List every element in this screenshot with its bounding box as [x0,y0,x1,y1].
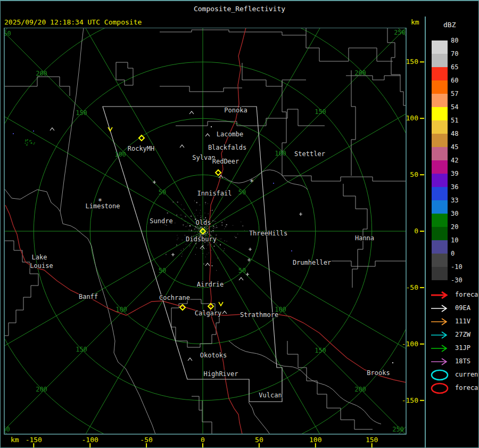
caret-marker [205,263,210,266]
ellipse-shape [432,384,448,393]
clutter-dot [182,240,183,240]
right-axis-label: 50 [410,170,418,178]
clutter-dot [218,257,218,257]
clutter-dot [213,226,214,227]
blue-echo-dot [33,131,34,132]
legend-item-label: current [455,371,479,378]
blue-echo-dot [291,250,292,251]
clutter-dot [200,215,201,216]
dbz-boundary-label: 60 [451,77,458,84]
clutter-dot [216,221,216,222]
clutter-dot [210,234,211,235]
clutter-dot [191,230,192,230]
echo-dot [33,143,34,144]
ring-distance-label: 50 [159,267,166,274]
right-axis-unit-label: km [411,18,419,26]
title-bar[interactable]: Composite_Reflectivity [0,0,479,18]
dbz-band-36 [432,187,448,200]
legend-item-09EA: 09EA [430,303,451,314]
clutter-dot [201,229,201,230]
county-boundary-line [60,63,94,257]
town-dot-marker [392,362,393,363]
radial-spoke-330deg [58,28,203,231]
arrow-shape [431,332,447,338]
dbz-boundary-label: 80 [451,37,458,44]
dbz-band-70 [432,54,448,67]
caret-marker [239,278,243,280]
clutter-dot [225,220,225,221]
clutter-dot [195,243,196,244]
asterisk-marker: * [250,177,254,186]
clutter-dot [199,233,200,234]
ring-distance-label: 150 [76,109,87,117]
clutter-dot [202,243,203,244]
county-boundary-line [192,396,212,434]
city-label-innisfail: Innisfail [197,190,232,197]
clutter-dot [204,227,205,228]
city-label-drumheller: Drumheller [293,259,331,266]
clutter-dot [208,245,208,245]
county-boundary-line [4,189,60,211]
clutter-dot [209,230,210,231]
caret-marker [188,358,192,361]
dbz-band-48 [432,134,448,147]
county-boundary-line [171,299,219,347]
clutter-dot [224,248,225,249]
plus-marker [299,213,302,216]
clutter-dot [184,209,185,210]
clutter-dot [213,232,214,232]
clutter-dot [173,201,174,202]
clutter-dot [194,232,195,233]
county-boundary-line [249,402,270,434]
clutter-dot [201,227,202,227]
dbz-band-51 [432,120,448,134]
clutter-dot [180,215,181,215]
map-layers: **50100150200250501001502002505010015020… [0,28,425,448]
clutter-dot [194,214,195,214]
track-arrow-icon [430,289,451,301]
right-axis-label: 100 [406,114,418,122]
legend-item-forecast: forecast [430,382,451,394]
clutter-dot [216,227,217,228]
city-label-airdrie: Airdrie [197,281,224,288]
clutter-dot [225,241,225,241]
clutter-dot [200,210,201,210]
legend-item-27ZW: 27ZW [430,329,451,341]
clutter-dot [226,224,227,225]
clutter-dot [206,248,207,249]
clutter-dot [185,216,186,217]
clutter-dot [237,234,238,234]
clutter-dot [187,226,187,226]
clutter-dot [205,204,206,205]
clutter-dot [167,213,168,214]
city-label-highriver: HighRiver [203,370,238,378]
clutter-dot [189,245,190,246]
county-boundary-line [176,109,325,126]
clutter-dot [195,232,196,232]
clutter-dot [197,227,198,227]
legend-item-111V: 111V [430,316,451,328]
city-label-cochrane: Cochrane [159,294,190,302]
clutter-dot [176,215,177,216]
clutter-dot [241,222,241,222]
clutter-dot [185,221,185,222]
clutter-dot [224,250,224,251]
echo-dot [25,143,26,144]
dbz-band-0 [432,254,448,267]
ring-distance-label: 100 [275,150,286,157]
radar-map-display[interactable]: **50100150200250501001502002505010015020… [0,28,425,448]
clutter-dot [212,265,213,266]
bottom-axis-label: -100 [82,436,98,444]
legend-item-label: forecast [455,291,479,298]
clutter-dot [204,234,205,235]
echo-dot [26,144,27,145]
plus-marker [171,253,175,256]
clutter-dot [198,228,199,229]
clutter-dot [218,258,218,258]
right-axis-label: 150 [406,58,418,66]
echo-dot [25,139,26,140]
clutter-dot [166,225,167,225]
clutter-dot [205,257,206,257]
dbz-band-65 [432,67,448,80]
clutter-dot [200,232,200,232]
